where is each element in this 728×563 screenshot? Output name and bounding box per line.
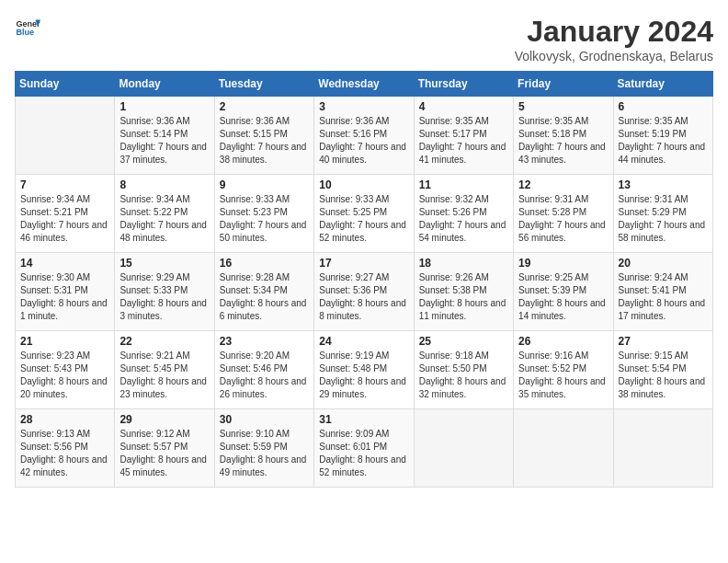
day-number: 29 [119, 413, 209, 426]
calendar-cell: 15Sunrise: 9:29 AMSunset: 5:33 PMDayligh… [115, 253, 214, 331]
day-number: 24 [319, 335, 408, 348]
day-number: 10 [319, 178, 408, 191]
calendar-cell [613, 409, 712, 488]
calendar-table: SundayMondayTuesdayWednesdayThursdayFrid… [15, 71, 713, 488]
day-info: Sunrise: 9:31 AMSunset: 5:28 PMDaylight:… [518, 193, 608, 245]
calendar-week-row: 1Sunrise: 9:36 AMSunset: 5:14 PMDaylight… [16, 97, 713, 175]
day-number: 16 [220, 257, 309, 270]
day-info: Sunrise: 9:24 AMSunset: 5:41 PMDaylight:… [619, 271, 708, 323]
day-info: Sunrise: 9:32 AMSunset: 5:26 PMDaylight:… [419, 193, 508, 245]
day-info: Sunrise: 9:12 AMSunset: 5:57 PMDaylight:… [119, 428, 209, 479]
calendar-cell [16, 97, 115, 175]
logo-icon: General Blue [15, 15, 40, 40]
page-header: General Blue January 2024 Volkovysk, Gro… [15, 15, 713, 63]
title-block: January 2024 Volkovysk, Grodnenskaya, Be… [515, 15, 713, 63]
day-info: Sunrise: 9:33 AMSunset: 5:23 PMDaylight:… [220, 193, 309, 245]
day-info: Sunrise: 9:35 AMSunset: 5:18 PMDaylight:… [518, 115, 608, 167]
day-number: 28 [20, 413, 109, 426]
day-info: Sunrise: 9:25 AMSunset: 5:39 PMDaylight:… [518, 271, 608, 323]
day-info: Sunrise: 9:28 AMSunset: 5:34 PMDaylight:… [220, 271, 309, 323]
day-number: 2 [220, 100, 309, 113]
calendar-week-row: 7Sunrise: 9:34 AMSunset: 5:21 PMDaylight… [16, 175, 713, 253]
calendar-cell: 22Sunrise: 9:21 AMSunset: 5:45 PMDayligh… [115, 331, 214, 409]
calendar-cell: 23Sunrise: 9:20 AMSunset: 5:46 PMDayligh… [214, 331, 313, 409]
day-number: 13 [619, 178, 708, 191]
weekday-header-sunday: Sunday [16, 72, 115, 97]
calendar-cell: 11Sunrise: 9:32 AMSunset: 5:26 PMDayligh… [414, 175, 513, 253]
calendar-cell: 20Sunrise: 9:24 AMSunset: 5:41 PMDayligh… [613, 253, 712, 331]
weekday-header-thursday: Thursday [414, 72, 513, 97]
calendar-cell: 26Sunrise: 9:16 AMSunset: 5:52 PMDayligh… [514, 331, 613, 409]
calendar-cell: 1Sunrise: 9:36 AMSunset: 5:14 PMDaylight… [115, 97, 214, 175]
calendar-cell: 12Sunrise: 9:31 AMSunset: 5:28 PMDayligh… [514, 175, 613, 253]
calendar-cell: 13Sunrise: 9:31 AMSunset: 5:29 PMDayligh… [613, 175, 712, 253]
day-number: 23 [220, 335, 309, 348]
day-number: 31 [319, 413, 408, 426]
day-info: Sunrise: 9:18 AMSunset: 5:50 PMDaylight:… [419, 350, 508, 401]
calendar-cell: 25Sunrise: 9:18 AMSunset: 5:50 PMDayligh… [414, 331, 513, 409]
calendar-cell: 31Sunrise: 9:09 AMSunset: 6:01 PMDayligh… [314, 409, 414, 488]
weekday-header-row: SundayMondayTuesdayWednesdayThursdayFrid… [16, 72, 713, 97]
calendar-week-row: 21Sunrise: 9:23 AMSunset: 5:43 PMDayligh… [16, 331, 713, 409]
weekday-header-saturday: Saturday [613, 72, 712, 97]
day-info: Sunrise: 9:27 AMSunset: 5:36 PMDaylight:… [319, 271, 408, 323]
day-number: 11 [419, 178, 508, 191]
day-info: Sunrise: 9:19 AMSunset: 5:48 PMDaylight:… [319, 350, 408, 401]
day-number: 22 [119, 335, 209, 348]
day-number: 21 [20, 335, 109, 348]
day-info: Sunrise: 9:10 AMSunset: 5:59 PMDaylight:… [220, 428, 309, 479]
day-number: 20 [619, 257, 708, 270]
day-number: 19 [518, 257, 608, 270]
day-number: 3 [319, 100, 408, 113]
day-info: Sunrise: 9:16 AMSunset: 5:52 PMDaylight:… [518, 350, 608, 401]
calendar-cell: 17Sunrise: 9:27 AMSunset: 5:36 PMDayligh… [314, 253, 414, 331]
calendar-cell: 18Sunrise: 9:26 AMSunset: 5:38 PMDayligh… [414, 253, 513, 331]
day-info: Sunrise: 9:36 AMSunset: 5:15 PMDaylight:… [220, 115, 309, 167]
day-info: Sunrise: 9:35 AMSunset: 5:17 PMDaylight:… [419, 115, 508, 167]
day-info: Sunrise: 9:33 AMSunset: 5:25 PMDaylight:… [319, 193, 408, 245]
calendar-cell: 27Sunrise: 9:15 AMSunset: 5:54 PMDayligh… [613, 331, 712, 409]
day-info: Sunrise: 9:35 AMSunset: 5:19 PMDaylight:… [619, 115, 708, 167]
logo: General Blue [15, 15, 40, 40]
calendar-cell: 4Sunrise: 9:35 AMSunset: 5:17 PMDaylight… [414, 97, 513, 175]
day-number: 17 [319, 257, 408, 270]
calendar-subtitle: Volkovysk, Grodnenskaya, Belarus [515, 49, 713, 63]
day-number: 15 [119, 257, 209, 270]
weekday-header-friday: Friday [514, 72, 613, 97]
calendar-cell: 29Sunrise: 9:12 AMSunset: 5:57 PMDayligh… [115, 409, 214, 488]
day-info: Sunrise: 9:26 AMSunset: 5:38 PMDaylight:… [419, 271, 508, 323]
calendar-cell: 19Sunrise: 9:25 AMSunset: 5:39 PMDayligh… [514, 253, 613, 331]
calendar-cell: 28Sunrise: 9:13 AMSunset: 5:56 PMDayligh… [16, 409, 115, 488]
day-number: 8 [119, 178, 209, 191]
day-number: 25 [419, 335, 508, 348]
calendar-cell: 6Sunrise: 9:35 AMSunset: 5:19 PMDaylight… [613, 97, 712, 175]
day-info: Sunrise: 9:13 AMSunset: 5:56 PMDaylight:… [20, 428, 109, 479]
day-number: 9 [220, 178, 309, 191]
calendar-week-row: 28Sunrise: 9:13 AMSunset: 5:56 PMDayligh… [16, 409, 713, 488]
day-info: Sunrise: 9:34 AMSunset: 5:22 PMDaylight:… [119, 193, 209, 245]
calendar-cell: 10Sunrise: 9:33 AMSunset: 5:25 PMDayligh… [314, 175, 414, 253]
weekday-header-tuesday: Tuesday [214, 72, 313, 97]
day-info: Sunrise: 9:09 AMSunset: 6:01 PMDaylight:… [319, 428, 408, 479]
day-number: 4 [419, 100, 508, 113]
day-info: Sunrise: 9:21 AMSunset: 5:45 PMDaylight:… [119, 350, 209, 401]
calendar-cell: 3Sunrise: 9:36 AMSunset: 5:16 PMDaylight… [314, 97, 414, 175]
calendar-cell: 21Sunrise: 9:23 AMSunset: 5:43 PMDayligh… [16, 331, 115, 409]
day-number: 5 [518, 100, 608, 113]
calendar-cell [514, 409, 613, 488]
day-info: Sunrise: 9:31 AMSunset: 5:29 PMDaylight:… [619, 193, 708, 245]
day-number: 6 [619, 100, 708, 113]
calendar-title: January 2024 [515, 15, 713, 49]
day-number: 1 [119, 100, 209, 113]
calendar-cell: 16Sunrise: 9:28 AMSunset: 5:34 PMDayligh… [214, 253, 313, 331]
calendar-cell: 7Sunrise: 9:34 AMSunset: 5:21 PMDaylight… [16, 175, 115, 253]
calendar-cell [414, 409, 513, 488]
calendar-week-row: 14Sunrise: 9:30 AMSunset: 5:31 PMDayligh… [16, 253, 713, 331]
day-info: Sunrise: 9:23 AMSunset: 5:43 PMDaylight:… [20, 350, 109, 401]
calendar-cell: 30Sunrise: 9:10 AMSunset: 5:59 PMDayligh… [214, 409, 313, 488]
day-number: 27 [619, 335, 708, 348]
svg-text:Blue: Blue [16, 28, 34, 37]
day-number: 12 [518, 178, 608, 191]
day-number: 30 [220, 413, 309, 426]
calendar-cell: 8Sunrise: 9:34 AMSunset: 5:22 PMDaylight… [115, 175, 214, 253]
